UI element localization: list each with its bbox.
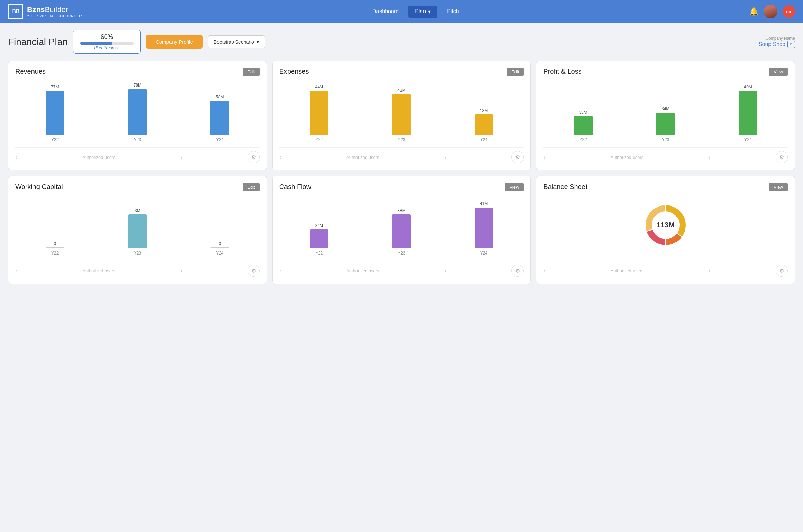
card-title: Balance Sheet bbox=[543, 183, 587, 191]
bar-label-top: 38M bbox=[398, 208, 405, 213]
bar-group: 78M Y23 bbox=[127, 83, 147, 142]
bar bbox=[45, 91, 64, 134]
chart-area: 44M Y22 43M Y23 18M Y24 bbox=[279, 79, 524, 142]
bar-label-top: 0 bbox=[219, 241, 221, 246]
bar-label-top: 34M bbox=[662, 107, 669, 111]
bar bbox=[475, 114, 493, 134]
gear-button[interactable]: ⚙ bbox=[775, 265, 788, 277]
bar bbox=[392, 94, 410, 134]
card-header: Expenses Edit bbox=[279, 68, 524, 76]
bar-label-bottom: Y23 bbox=[134, 137, 141, 142]
chart-area: 77M Y22 78M Y23 58M Y24 bbox=[15, 79, 260, 142]
next-arrow-icon[interactable]: › bbox=[180, 154, 182, 161]
card-cash-flow: Cash Flow View 34M Y22 38M Y23 41M Y24 bbox=[272, 176, 531, 284]
prev-arrow-icon[interactable]: ‹ bbox=[279, 267, 281, 274]
bar-group: 77M Y22 bbox=[45, 84, 65, 142]
avatar-image bbox=[764, 5, 777, 18]
bar-label-bottom: Y24 bbox=[216, 137, 223, 142]
card-title: Revenues bbox=[15, 68, 45, 75]
card-expenses: Expenses Edit 44M Y22 43M Y23 18M Y24 bbox=[272, 60, 531, 170]
nav-pitch[interactable]: Pitch bbox=[440, 6, 466, 17]
bar-label-top: 78M bbox=[134, 83, 141, 88]
logo-section: BB BznsBuilder YOUR VIRTUAL COFOUNDER bbox=[8, 4, 82, 19]
notification-bell-icon[interactable]: 🔔 bbox=[749, 7, 759, 16]
company-name-text: Soup Shop bbox=[759, 41, 785, 47]
card-revenues-button[interactable]: Edit bbox=[242, 68, 259, 76]
bar-group: 33M Y22 bbox=[573, 110, 593, 142]
avatar[interactable] bbox=[764, 5, 777, 18]
gear-button[interactable]: ⚙ bbox=[511, 265, 524, 277]
bar bbox=[128, 89, 147, 134]
company-profile-button[interactable]: Company Profile bbox=[146, 35, 203, 49]
bar bbox=[310, 229, 328, 248]
card-title: Working Capital bbox=[15, 183, 63, 191]
next-arrow-icon[interactable]: › bbox=[180, 267, 182, 274]
bar-label-top: 18M bbox=[480, 108, 488, 113]
company-name-section: Company Name Soup Shop ▾ bbox=[759, 36, 795, 48]
card-profit-loss-button[interactable]: View bbox=[769, 68, 788, 76]
nav-plan[interactable]: Plan ▾ bbox=[408, 6, 437, 18]
card-nav: ‹ Authorized users › ⚙ bbox=[15, 151, 260, 163]
bar-label-top: 33M bbox=[579, 110, 587, 115]
bar-label-bottom: Y24 bbox=[216, 251, 223, 255]
prev-arrow-icon[interactable]: ‹ bbox=[15, 154, 17, 161]
bar-label-bottom: Y24 bbox=[745, 137, 752, 142]
bar bbox=[475, 208, 493, 248]
donut-wrap: 113M bbox=[543, 195, 788, 255]
gear-button[interactable]: ⚙ bbox=[775, 151, 788, 163]
next-arrow-icon[interactable]: › bbox=[709, 267, 711, 274]
card-header: Revenues Edit bbox=[15, 68, 260, 76]
language-badge[interactable]: en bbox=[783, 5, 795, 18]
next-arrow-icon[interactable]: › bbox=[709, 154, 711, 161]
card-expenses-button[interactable]: Edit bbox=[507, 68, 524, 76]
bar-label-top: 77M bbox=[51, 84, 59, 89]
prev-arrow-icon[interactable]: ‹ bbox=[15, 267, 17, 274]
logo-tagline: YOUR VIRTUAL COFOUNDER bbox=[27, 14, 82, 18]
card-footer: ‹ Authorized users › ⚙ bbox=[543, 261, 788, 277]
progress-bar-wrap bbox=[80, 42, 134, 44]
gear-button[interactable]: ⚙ bbox=[511, 151, 524, 163]
card-footer: ‹ Authorized users › ⚙ bbox=[543, 147, 788, 163]
card-balance-sheet-button[interactable]: View bbox=[769, 183, 788, 191]
bar bbox=[128, 214, 147, 248]
authorized-text: Authorized users bbox=[610, 155, 644, 160]
page-title: Financial Plan bbox=[8, 37, 68, 47]
prev-arrow-icon[interactable]: ‹ bbox=[543, 267, 545, 274]
bar-label-bottom: Y22 bbox=[315, 251, 323, 255]
gear-button[interactable]: ⚙ bbox=[248, 265, 260, 277]
scenario-label: Bootstrap Scenario bbox=[214, 39, 254, 44]
bar bbox=[656, 113, 675, 134]
bar bbox=[574, 116, 592, 134]
next-arrow-icon[interactable]: › bbox=[444, 154, 446, 161]
nav-dashboard[interactable]: Dashboard bbox=[366, 6, 405, 17]
next-arrow-icon[interactable]: › bbox=[444, 267, 446, 274]
card-footer: ‹ Authorized users › ⚙ bbox=[15, 261, 260, 277]
authorized-text: Authorized users bbox=[610, 268, 644, 273]
prev-arrow-icon[interactable]: ‹ bbox=[543, 154, 545, 161]
card-revenues: Revenues Edit 77M Y22 78M Y23 58M Y24 bbox=[8, 60, 267, 170]
card-footer: ‹ Authorized users › ⚙ bbox=[15, 147, 260, 163]
card-nav: ‹ Authorized users › ⚙ bbox=[15, 265, 260, 277]
main-content: Financial Plan 60% Plan Progress Company… bbox=[0, 23, 803, 291]
progress-section: 60% Plan Progress bbox=[73, 30, 141, 54]
bar-group: 41M Y24 bbox=[474, 202, 494, 255]
cards-grid: Revenues Edit 77M Y22 78M Y23 58M Y24 bbox=[8, 60, 795, 284]
prev-arrow-icon[interactable]: ‹ bbox=[279, 154, 281, 161]
card-working-capital: Working Capital Edit 0 Y22 3M Y23 0 Y24 bbox=[8, 176, 267, 284]
card-cash-flow-button[interactable]: View bbox=[505, 183, 524, 191]
bar-label-bottom: Y23 bbox=[398, 251, 405, 255]
scenario-dropdown-icon: ▾ bbox=[257, 39, 259, 44]
card-profit-loss: Profit & Loss View 33M Y22 34M Y23 40M Y… bbox=[536, 60, 795, 170]
donut-center: 113M bbox=[656, 221, 675, 229]
authorized-text: Authorized users bbox=[82, 155, 115, 160]
authorized-text: Authorized users bbox=[346, 268, 380, 273]
bar bbox=[45, 247, 64, 248]
logo-text: BznsBuilder YOUR VIRTUAL COFOUNDER bbox=[27, 5, 82, 18]
bar bbox=[739, 91, 758, 134]
gear-button[interactable]: ⚙ bbox=[248, 151, 260, 163]
progress-percent: 60% bbox=[80, 34, 134, 41]
card-footer: ‹ Authorized users › ⚙ bbox=[279, 147, 524, 163]
scenario-dropdown[interactable]: Bootstrap Scenario ▾ bbox=[208, 36, 265, 48]
company-name-dropdown[interactable]: Soup Shop ▾ bbox=[759, 41, 795, 48]
card-working-capital-button[interactable]: Edit bbox=[242, 183, 259, 191]
